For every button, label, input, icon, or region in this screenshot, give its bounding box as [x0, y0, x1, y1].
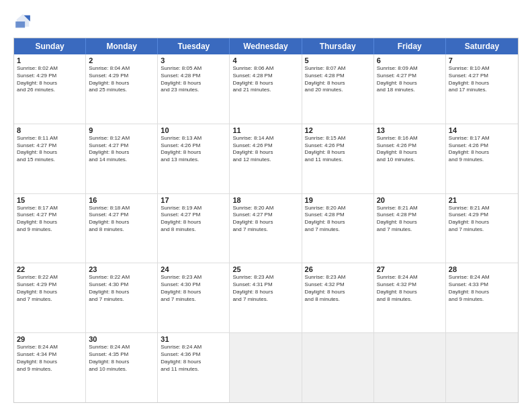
calendar-cell: 30Sunrise: 8:24 AM Sunset: 4:35 PM Dayli… [86, 333, 158, 402]
calendar-cell: 31Sunrise: 8:24 AM Sunset: 4:36 PM Dayli… [158, 333, 230, 402]
calendar-cell: 28Sunrise: 8:24 AM Sunset: 4:33 PM Dayli… [446, 263, 518, 332]
calendar-cell: 9Sunrise: 8:12 AM Sunset: 4:27 PM Daylig… [86, 124, 158, 193]
day-number: 29 [17, 335, 83, 343]
weekday-header: Monday [86, 38, 158, 54]
day-number: 4 [232, 56, 298, 64]
day-number: 27 [377, 265, 443, 273]
calendar-cell: 22Sunrise: 8:22 AM Sunset: 4:29 PM Dayli… [14, 263, 86, 332]
day-info: Sunrise: 8:21 AM Sunset: 4:28 PM Dayligh… [377, 205, 443, 234]
calendar-cell: 5Sunrise: 8:07 AM Sunset: 4:28 PM Daylig… [302, 54, 374, 124]
day-info: Sunrise: 8:10 AM Sunset: 4:27 PM Dayligh… [449, 65, 515, 94]
day-number: 24 [161, 265, 226, 273]
calendar-row: 15Sunrise: 8:17 AM Sunset: 4:27 PM Dayli… [14, 194, 518, 264]
weekday-header: Sunday [14, 38, 86, 54]
day-number: 14 [449, 126, 515, 134]
day-number: 22 [17, 265, 83, 273]
day-info: Sunrise: 8:05 AM Sunset: 4:28 PM Dayligh… [161, 65, 226, 94]
calendar-cell: 13Sunrise: 8:16 AM Sunset: 4:26 PM Dayli… [374, 124, 446, 193]
day-number: 2 [89, 56, 154, 64]
day-info: Sunrise: 8:22 AM Sunset: 4:30 PM Dayligh… [89, 274, 154, 303]
calendar-cell: 18Sunrise: 8:20 AM Sunset: 4:27 PM Dayli… [230, 194, 302, 263]
day-info: Sunrise: 8:16 AM Sunset: 4:26 PM Dayligh… [377, 135, 443, 164]
calendar-row: 22Sunrise: 8:22 AM Sunset: 4:29 PM Dayli… [14, 263, 518, 333]
day-number: 1 [17, 56, 83, 64]
day-info: Sunrise: 8:18 AM Sunset: 4:27 PM Dayligh… [89, 205, 154, 234]
day-info: Sunrise: 8:24 AM Sunset: 4:33 PM Dayligh… [449, 274, 515, 303]
day-info: Sunrise: 8:04 AM Sunset: 4:29 PM Dayligh… [89, 65, 154, 94]
day-info: Sunrise: 8:14 AM Sunset: 4:26 PM Dayligh… [232, 135, 298, 164]
day-info: Sunrise: 8:11 AM Sunset: 4:27 PM Dayligh… [17, 135, 83, 164]
day-info: Sunrise: 8:23 AM Sunset: 4:30 PM Dayligh… [161, 274, 226, 303]
day-info: Sunrise: 8:20 AM Sunset: 4:28 PM Dayligh… [305, 205, 371, 234]
day-info: Sunrise: 8:22 AM Sunset: 4:29 PM Dayligh… [17, 274, 83, 303]
calendar-body: 1Sunrise: 8:02 AM Sunset: 4:29 PM Daylig… [14, 54, 518, 402]
day-number: 7 [449, 56, 515, 64]
day-number: 13 [377, 126, 443, 134]
day-number: 23 [89, 265, 154, 273]
day-number: 19 [305, 196, 371, 204]
day-info: Sunrise: 8:24 AM Sunset: 4:34 PM Dayligh… [17, 344, 83, 373]
day-info: Sunrise: 8:23 AM Sunset: 4:31 PM Dayligh… [232, 274, 298, 303]
day-number: 5 [305, 56, 371, 64]
day-info: Sunrise: 8:19 AM Sunset: 4:27 PM Dayligh… [161, 205, 226, 234]
calendar-cell: 17Sunrise: 8:19 AM Sunset: 4:27 PM Dayli… [158, 194, 230, 263]
weekday-header: Saturday [446, 38, 518, 54]
weekday-header: Tuesday [158, 38, 230, 54]
weekday-header: Wednesday [230, 38, 302, 54]
calendar-cell: 10Sunrise: 8:13 AM Sunset: 4:26 PM Dayli… [158, 124, 230, 193]
calendar-header: SundayMondayTuesdayWednesdayThursdayFrid… [14, 38, 518, 54]
day-info: Sunrise: 8:07 AM Sunset: 4:28 PM Dayligh… [305, 65, 371, 94]
logo-icon [13, 12, 32, 31]
day-info: Sunrise: 8:12 AM Sunset: 4:27 PM Dayligh… [89, 135, 154, 164]
page: SundayMondayTuesdayWednesdayThursdayFrid… [0, 0, 532, 411]
day-number: 26 [305, 265, 371, 273]
day-number: 12 [305, 126, 371, 134]
day-number: 8 [17, 126, 83, 134]
day-number: 30 [89, 335, 154, 343]
day-info: Sunrise: 8:09 AM Sunset: 4:27 PM Dayligh… [377, 65, 443, 94]
calendar-cell: 27Sunrise: 8:24 AM Sunset: 4:32 PM Dayli… [374, 263, 446, 332]
calendar-cell [374, 333, 446, 402]
calendar-row: 29Sunrise: 8:24 AM Sunset: 4:34 PM Dayli… [14, 333, 518, 402]
day-number: 3 [161, 56, 226, 64]
calendar-cell: 3Sunrise: 8:05 AM Sunset: 4:28 PM Daylig… [158, 54, 230, 124]
calendar-cell: 12Sunrise: 8:15 AM Sunset: 4:26 PM Dayli… [302, 124, 374, 193]
calendar-cell: 11Sunrise: 8:14 AM Sunset: 4:26 PM Dayli… [230, 124, 302, 193]
calendar-cell: 15Sunrise: 8:17 AM Sunset: 4:27 PM Dayli… [14, 194, 86, 263]
day-info: Sunrise: 8:23 AM Sunset: 4:32 PM Dayligh… [305, 274, 371, 303]
calendar-cell: 20Sunrise: 8:21 AM Sunset: 4:28 PM Dayli… [374, 194, 446, 263]
day-info: Sunrise: 8:24 AM Sunset: 4:35 PM Dayligh… [89, 344, 154, 373]
day-info: Sunrise: 8:20 AM Sunset: 4:27 PM Dayligh… [232, 205, 298, 234]
day-info: Sunrise: 8:06 AM Sunset: 4:28 PM Dayligh… [232, 65, 298, 94]
calendar-cell [230, 333, 302, 402]
calendar-cell: 21Sunrise: 8:21 AM Sunset: 4:29 PM Dayli… [446, 194, 518, 263]
day-number: 31 [161, 335, 226, 343]
calendar-cell: 23Sunrise: 8:22 AM Sunset: 4:30 PM Dayli… [86, 263, 158, 332]
day-info: Sunrise: 8:24 AM Sunset: 4:32 PM Dayligh… [377, 274, 443, 303]
day-info: Sunrise: 8:13 AM Sunset: 4:26 PM Dayligh… [161, 135, 226, 164]
day-number: 21 [449, 196, 515, 204]
calendar: SundayMondayTuesdayWednesdayThursdayFrid… [13, 38, 519, 403]
calendar-row: 1Sunrise: 8:02 AM Sunset: 4:29 PM Daylig… [14, 54, 518, 124]
day-number: 15 [17, 196, 83, 204]
header [13, 12, 519, 31]
day-info: Sunrise: 8:15 AM Sunset: 4:26 PM Dayligh… [305, 135, 371, 164]
day-number: 11 [232, 126, 298, 134]
day-number: 25 [232, 265, 298, 273]
day-number: 20 [377, 196, 443, 204]
logo [13, 12, 35, 31]
calendar-cell [302, 333, 374, 402]
day-number: 18 [232, 196, 298, 204]
calendar-cell: 7Sunrise: 8:10 AM Sunset: 4:27 PM Daylig… [446, 54, 518, 124]
day-number: 6 [377, 56, 443, 64]
calendar-cell: 29Sunrise: 8:24 AM Sunset: 4:34 PM Dayli… [14, 333, 86, 402]
calendar-row: 8Sunrise: 8:11 AM Sunset: 4:27 PM Daylig… [14, 124, 518, 194]
day-info: Sunrise: 8:24 AM Sunset: 4:36 PM Dayligh… [161, 344, 226, 373]
weekday-header: Friday [374, 38, 446, 54]
day-number: 16 [89, 196, 154, 204]
day-number: 28 [449, 265, 515, 273]
calendar-cell: 1Sunrise: 8:02 AM Sunset: 4:29 PM Daylig… [14, 54, 86, 124]
day-number: 10 [161, 126, 226, 134]
calendar-cell: 26Sunrise: 8:23 AM Sunset: 4:32 PM Dayli… [302, 263, 374, 332]
calendar-cell: 8Sunrise: 8:11 AM Sunset: 4:27 PM Daylig… [14, 124, 86, 193]
